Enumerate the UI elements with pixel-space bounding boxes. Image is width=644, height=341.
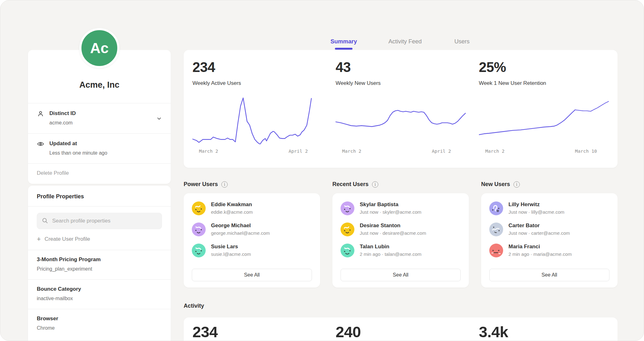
- see-all-button[interactable]: See All: [341, 269, 461, 281]
- property-value: Pricing_plan_experiment: [37, 266, 162, 272]
- user-row[interactable]: Skylar Baptista Just now · skyler@acme.c…: [341, 201, 461, 215]
- avatar-face: [341, 244, 354, 257]
- user-row[interactable]: Maria Franci 2 min ago · maria@acme.com: [489, 244, 609, 257]
- company-avatar: Ac: [79, 28, 119, 68]
- distinct-id-label: Distinct ID: [49, 110, 76, 117]
- user-avatar: [341, 223, 354, 236]
- x-tick: March 2: [342, 149, 361, 154]
- sparkline-week1-retention: [479, 96, 609, 144]
- recent-users-card: Skylar Baptista Just now · skyler@acme.c…: [332, 193, 469, 288]
- delete-profile-button[interactable]: Delete Profile: [28, 164, 171, 184]
- create-user-profile-button[interactable]: + Create User Profile: [28, 229, 99, 250]
- info-icon[interactable]: i: [221, 181, 228, 188]
- info-icon[interactable]: i: [372, 181, 378, 188]
- stat-weekly-new-users: 43 Weekly New Users March 2 April 2: [336, 59, 465, 163]
- user-name: Maria Franci: [508, 244, 572, 250]
- search-icon: [42, 217, 48, 224]
- user-name: Susie Lars: [211, 244, 251, 250]
- activity-stat-value: 234: [192, 323, 322, 341]
- avatar-face: [489, 223, 503, 236]
- chevron-down-icon[interactable]: [156, 115, 163, 122]
- user-detail: Just now · skyler@acme.com: [360, 209, 421, 215]
- property-row-browser[interactable]: Browser Chrome: [28, 309, 171, 338]
- updated-at-value: Less than one minute ago: [49, 150, 107, 156]
- user-detail: george.michael@acme.com: [211, 230, 270, 236]
- new-users-card: Lilly Herwitz Just now · lilly@acme.com …: [481, 193, 618, 288]
- user-row[interactable]: Desirae Stanton Just now · desirare@acme…: [341, 223, 461, 236]
- x-tick: March 10: [575, 149, 597, 154]
- distinct-id-row[interactable]: Distinct ID acme.com: [28, 103, 171, 133]
- x-tick: April 2: [289, 149, 308, 154]
- sparkline-weekly-active-users: [192, 96, 322, 144]
- user-avatar: [192, 244, 206, 257]
- see-all-button[interactable]: See All: [192, 269, 312, 281]
- new-users-title: New Users: [481, 181, 510, 188]
- property-name: 3-Month Pricing Program: [37, 256, 162, 263]
- divider: [28, 206, 171, 206]
- avatar-face: [341, 223, 354, 236]
- user-row[interactable]: Lilly Herwitz Just now · lilly@acme.com: [489, 201, 609, 215]
- user-avatar: [489, 223, 503, 236]
- avatar-face: [192, 201, 206, 215]
- user-row[interactable]: Talan Lubin 2 min ago · talan@acme.com: [341, 244, 461, 257]
- user-row[interactable]: George Michael george.michael@acme.com: [192, 223, 312, 236]
- user-avatar: [192, 223, 206, 236]
- user-detail: 2 min ago · talan@acme.com: [360, 251, 421, 257]
- property-name: Browser: [37, 316, 162, 322]
- user-avatar: [192, 201, 206, 215]
- new-users-section: New Users i Lilly Herwitz Just now · lil…: [481, 181, 618, 288]
- profile-properties-card: Profile Properties + Create User Profile…: [28, 186, 171, 341]
- sparkline-weekly-new-users: [336, 96, 465, 144]
- search-wrap: [37, 213, 162, 229]
- user-name: Lilly Herwitz: [508, 201, 564, 208]
- stat-label: Weekly Active Users: [192, 80, 322, 86]
- person-icon: [37, 110, 44, 118]
- updated-at-label: Updated at: [49, 140, 107, 147]
- user-detail: 2 min ago · maria@acme.com: [508, 251, 572, 257]
- property-value: inactive-mailbox: [37, 296, 162, 301]
- property-value: Chrome: [37, 325, 162, 331]
- x-tick: March 2: [199, 149, 218, 154]
- power-users-card: Eddie Kwakman eddie.k@acme.com George Mi…: [184, 193, 320, 288]
- user-name: George Michael: [211, 223, 270, 229]
- company-identity-card: Acme, Inc Distinct ID acme.com: [28, 50, 171, 184]
- user-row[interactable]: Carter Bator Just now · carter@acme.com: [489, 223, 609, 236]
- main-content: Summary Activity Feed Users 234 Weekly A…: [184, 0, 618, 341]
- activity-title: Activity: [184, 303, 618, 309]
- recent-users-section: Recent Users i Skylar Baptista Just now …: [332, 181, 469, 288]
- recent-users-title: Recent Users: [332, 181, 369, 188]
- stat-value: 43: [336, 59, 465, 75]
- power-users-section: Power Users i Eddie Kwakman eddie.k@acme…: [184, 181, 320, 288]
- user-name: Talan Lubin: [360, 244, 421, 250]
- avatar-face: [341, 201, 354, 215]
- user-name: Eddie Kwakman: [211, 201, 253, 208]
- stat-value: 25%: [479, 59, 609, 75]
- info-icon[interactable]: i: [514, 181, 520, 188]
- see-all-button[interactable]: See All: [489, 269, 609, 281]
- user-detail: susie.l@acme.com: [211, 251, 251, 257]
- search-profile-properties-input[interactable]: [37, 213, 162, 229]
- activity-card: 234 240 3.4k: [184, 317, 618, 341]
- avatar-face: [192, 244, 206, 257]
- user-avatar: [341, 201, 354, 215]
- user-row[interactable]: Susie Lars susie.l@acme.com: [192, 244, 312, 257]
- user-detail: eddie.k@acme.com: [211, 209, 253, 215]
- power-users-title: Power Users: [184, 181, 218, 188]
- updated-at-row: Updated at Less than one minute ago: [28, 134, 171, 163]
- x-tick: March 2: [485, 149, 504, 154]
- user-row[interactable]: Eddie Kwakman eddie.k@acme.com: [192, 201, 312, 215]
- stat-weekly-active-users: 234 Weekly Active Users March 2 April 2: [192, 59, 322, 163]
- user-detail: Just now · lilly@acme.com: [508, 209, 564, 215]
- stat-label: Week 1 New User Retention: [479, 80, 609, 86]
- tab-bar: Summary Activity Feed Users: [184, 0, 618, 50]
- user-name: Desirae Stanton: [360, 223, 426, 229]
- summary-stats-card: 234 Weekly Active Users March 2 April 2 …: [184, 50, 618, 168]
- property-row-bounce-category[interactable]: Bounce Category inactive-mailbox: [28, 280, 171, 309]
- create-user-profile-label: Create User Profile: [45, 236, 90, 242]
- avatar-face: [489, 244, 503, 257]
- property-name: Bounce Category: [37, 286, 162, 292]
- tab-summary[interactable]: Summary: [330, 38, 357, 50]
- tab-users[interactable]: Users: [453, 38, 471, 50]
- tab-activity-feed[interactable]: Activity Feed: [388, 38, 422, 50]
- property-row-pricing-program[interactable]: 3-Month Pricing Program Pricing_plan_exp…: [28, 250, 171, 279]
